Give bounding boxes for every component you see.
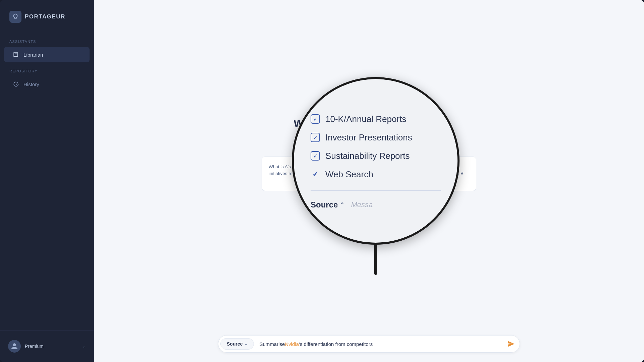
welcome-subtitle: Search one company, or compare multiple … [304,134,434,140]
suggestion-card-1[interactable]: What is A's strategy initiatives related… [262,157,329,191]
magnifier-source-bar: Source ⌃ Messa [311,190,441,212]
assistants-section-label: ASSISTANTS [0,34,94,46]
librarian-label: Librarian [23,52,43,58]
message-prefix: Summarise [259,341,285,347]
chevron-up-icon: ⌃ [340,201,344,208]
input-area: Source ⌄ Summarise Nvidia 's differentia… [94,328,644,362]
book-icon [12,51,19,58]
magnifier-handle [374,243,377,275]
magnifier-source-button[interactable]: Source ⌃ [311,197,344,212]
history-icon [12,80,19,88]
chat-area: Welcome! Chat with Librarian Search one … [94,0,644,328]
main-content: Welcome! Chat with Librarian Search one … [94,0,644,362]
suggestion-cards: What is A's strategy initiatives related… [262,157,476,191]
magnifier-message-placeholder: Messa [344,200,373,209]
suggestion-card-3[interactable]: Compare the carbon emissions trend of A … [409,157,476,191]
send-button[interactable] [505,338,518,350]
avatar [8,340,21,353]
message-suffix: 's differentiation from competitors [299,341,373,347]
source-chevron-icon: ⌄ [245,342,248,346]
chevron-down-icon: ⌄ [82,344,86,349]
app-title: PORTAGEUR [25,13,65,20]
user-profile[interactable]: Premium ⌄ [5,337,88,355]
company-name: Nvidia [285,341,299,347]
sidebar-footer: Premium ⌄ [0,330,94,362]
sidebar-item-history[interactable]: History [4,76,90,92]
user-name: Premium [25,344,78,349]
repository-section-label: REPOSITORY [0,63,94,76]
message-display: Summarise Nvidia 's differentiation from… [254,339,505,350]
logo-area: PORTAGEUR [0,0,94,34]
input-bar: Source ⌄ Summarise Nvidia 's differentia… [218,335,520,353]
logo-icon [9,11,21,23]
source-button[interactable]: Source ⌄ [220,338,254,350]
welcome-title: Welcome! Chat with Librarian [293,117,444,130]
source-button-label: Source [227,341,243,347]
magnifier-source-label: Source [311,200,338,209]
suggestion-card-2[interactable]: Give me a list of peers for A [335,157,402,191]
sidebar: PORTAGEUR ASSISTANTS Librarian REPOSITOR… [0,0,94,362]
sidebar-item-librarian[interactable]: Librarian [4,47,90,62]
history-label: History [23,81,39,87]
